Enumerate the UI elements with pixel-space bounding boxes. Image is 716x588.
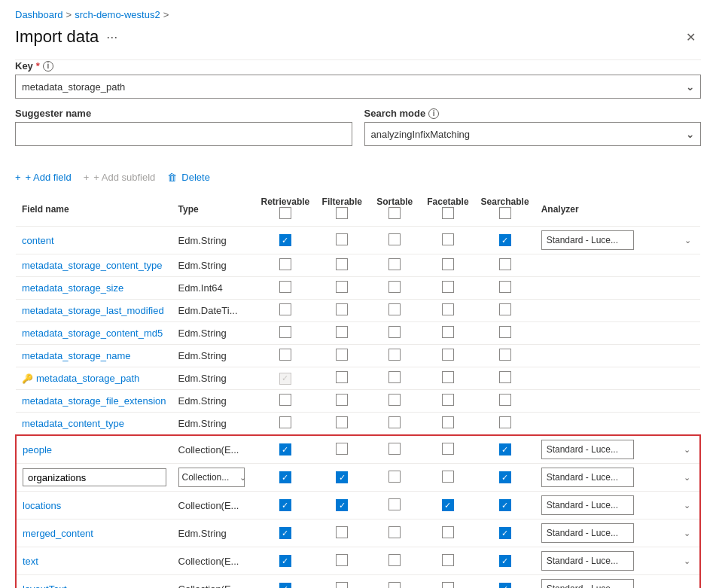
analyzer-select[interactable]: Standard - Luce... (541, 579, 634, 588)
retrievable-checkbox[interactable] (279, 281, 291, 293)
analyzer-select[interactable]: Standard - Luce... (541, 230, 634, 250)
facetable-checkbox[interactable] (442, 326, 454, 338)
filterable-checkbox[interactable] (336, 582, 348, 589)
retrievable-checkbox[interactable]: ✓ (279, 555, 291, 567)
field-name-link[interactable]: people (23, 444, 52, 455)
facetable-checkbox[interactable] (442, 443, 454, 455)
key-select[interactable]: metadata_storage_path ⌄ (15, 75, 701, 99)
filterable-checkbox[interactable] (336, 281, 348, 293)
retrievable-checkbox[interactable] (279, 349, 291, 361)
sortable-checkbox[interactable] (388, 258, 401, 270)
filterable-checkbox[interactable] (336, 303, 348, 315)
more-options-icon[interactable]: ··· (106, 29, 117, 45)
searchable-checkbox[interactable]: ✓ (499, 471, 511, 483)
field-name-link[interactable]: merged_content (23, 528, 93, 539)
analyzer-select[interactable]: Standard - Luce... (541, 440, 634, 459)
retrievable-checkbox[interactable]: ✓ (279, 527, 291, 539)
sortable-checkbox[interactable] (388, 371, 401, 383)
searchable-checkbox[interactable] (499, 394, 511, 406)
facetable-checkbox[interactable] (442, 582, 454, 589)
filterable-checkbox[interactable]: ✓ (336, 499, 348, 511)
retrievable-checkbox[interactable]: ✓ (279, 234, 291, 246)
facetable-checkbox[interactable] (442, 349, 454, 361)
field-name-link[interactable]: metadata_storage_size (22, 282, 123, 294)
analyzer-select[interactable]: Standard - Luce... (541, 523, 634, 543)
suggester-input[interactable] (15, 122, 352, 146)
field-name-link[interactable]: metadata_storage_name (22, 350, 131, 361)
facetable-checkbox[interactable] (442, 554, 454, 566)
filterable-checkbox[interactable] (336, 554, 348, 566)
facetable-checkbox[interactable] (442, 394, 454, 406)
retrievable-checkbox[interactable] (279, 394, 291, 406)
facetable-checkbox[interactable] (442, 281, 454, 293)
filterable-checkbox[interactable] (336, 394, 348, 406)
analyzer-select[interactable]: Standard - Luce... (541, 495, 634, 515)
facetable-checkbox[interactable] (442, 471, 454, 483)
retrievable-checkbox[interactable] (279, 326, 291, 338)
facetable-checkbox[interactable] (442, 233, 454, 245)
retrievable-header-checkbox[interactable] (279, 207, 291, 219)
filterable-checkbox[interactable] (336, 443, 348, 455)
retrievable-checkbox[interactable]: ✓ (279, 373, 291, 385)
field-name-link[interactable]: text (23, 556, 38, 567)
sortable-checkbox[interactable] (388, 498, 401, 510)
facetable-header-checkbox[interactable] (442, 207, 454, 219)
field-name-link[interactable]: metadata_storage_last_modified (22, 305, 164, 316)
field-name-link[interactable]: content (22, 235, 54, 246)
searchable-checkbox[interactable] (499, 416, 511, 428)
searchable-checkbox[interactable] (499, 326, 511, 338)
searchable-checkbox[interactable] (499, 349, 511, 361)
add-field-button[interactable]: + + Add field (15, 169, 72, 186)
searchable-checkbox[interactable] (499, 281, 511, 293)
filterable-checkbox[interactable] (336, 526, 348, 538)
retrievable-checkbox[interactable] (279, 416, 291, 428)
retrievable-checkbox[interactable] (279, 258, 291, 270)
search-mode-select[interactable]: analyzingInfixMatching ⌄ (364, 122, 702, 146)
field-name-link[interactable]: metadata_content_type (22, 418, 124, 429)
sortable-checkbox[interactable] (388, 526, 401, 538)
type-select[interactable]: Collection... (178, 468, 245, 487)
retrievable-checkbox[interactable]: ✓ (279, 443, 291, 455)
facetable-checkbox[interactable] (442, 303, 454, 315)
field-name-link[interactable]: metadata_storage_file_extension (22, 395, 166, 407)
filterable-checkbox[interactable]: ✓ (336, 471, 348, 483)
sortable-checkbox[interactable] (388, 471, 401, 483)
breadcrumb-dashboard[interactable]: Dashboard (15, 9, 63, 20)
sortable-checkbox[interactable] (388, 554, 401, 566)
sortable-checkbox[interactable] (388, 326, 401, 338)
searchable-checkbox[interactable]: ✓ (499, 583, 511, 588)
close-button[interactable]: ✕ (680, 26, 701, 47)
searchable-checkbox[interactable]: ✓ (499, 443, 511, 455)
facetable-checkbox[interactable] (442, 526, 454, 538)
sortable-checkbox[interactable] (388, 349, 401, 361)
retrievable-checkbox[interactable] (279, 303, 291, 315)
sortable-checkbox[interactable] (388, 394, 401, 406)
search-mode-info-icon[interactable]: i (428, 108, 439, 119)
searchable-checkbox[interactable] (499, 371, 511, 383)
facetable-checkbox[interactable] (442, 416, 454, 428)
sortable-checkbox[interactable] (388, 416, 401, 428)
field-name-link[interactable]: metadata_storage_content_md5 (22, 328, 163, 339)
filterable-checkbox[interactable] (336, 416, 348, 428)
searchable-header-checkbox[interactable] (499, 207, 511, 219)
sortable-checkbox[interactable] (388, 281, 401, 293)
filterable-header-checkbox[interactable] (336, 207, 348, 219)
filterable-checkbox[interactable] (336, 326, 348, 338)
sortable-checkbox[interactable] (388, 303, 401, 315)
sortable-header-checkbox[interactable] (388, 207, 401, 219)
analyzer-select[interactable]: Standard - Luce... (541, 551, 634, 571)
filterable-checkbox[interactable] (336, 233, 348, 245)
field-name-input[interactable] (23, 468, 166, 486)
add-subfield-button[interactable]: + + Add subfield (84, 169, 156, 186)
retrievable-checkbox[interactable]: ✓ (279, 583, 291, 588)
key-info-icon[interactable]: i (43, 61, 53, 72)
sortable-checkbox[interactable] (388, 582, 401, 589)
sortable-checkbox[interactable] (388, 443, 401, 455)
facetable-checkbox[interactable]: ✓ (442, 499, 454, 511)
searchable-checkbox[interactable]: ✓ (499, 499, 511, 511)
field-name-link[interactable]: metadata_storage_path (36, 373, 139, 384)
searchable-checkbox[interactable] (499, 303, 511, 315)
retrievable-checkbox[interactable]: ✓ (279, 471, 291, 483)
field-name-link[interactable]: locations (23, 500, 61, 511)
field-name-link[interactable]: layoutText (23, 583, 67, 589)
